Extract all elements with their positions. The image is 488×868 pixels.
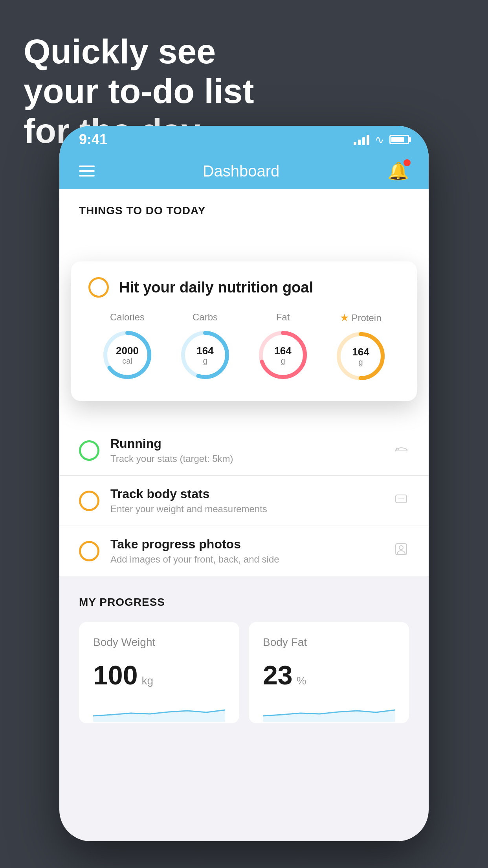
todo-title: Running <box>110 436 393 451</box>
ring-center: 2000 cal <box>116 345 139 365</box>
ring-value: 164 <box>196 345 213 357</box>
nutrition-label: Calories <box>110 312 145 323</box>
wifi-icon: ∿ <box>375 133 384 146</box>
nutrition-card: Hit your daily nutrition goal Calories 2… <box>71 261 417 401</box>
nutrition-label-row: ★Protein <box>340 312 381 324</box>
progress-heading: MY PROGRESS <box>79 596 409 609</box>
progress-card-value: 100 kg <box>93 660 225 690</box>
ring-container: 2000 cal <box>100 327 155 383</box>
todo-subtitle: Enter your weight and measurements <box>110 504 393 515</box>
status-icons: ∿ <box>354 133 409 146</box>
progress-value-unit: % <box>297 675 306 687</box>
nav-title: Dashboard <box>203 162 280 180</box>
battery-icon <box>389 135 409 144</box>
svg-rect-8 <box>396 495 407 503</box>
progress-card-title: Body Weight <box>93 636 225 649</box>
ring-unit: g <box>352 357 369 366</box>
progress-card-value: 23 % <box>263 660 395 690</box>
todo-title: Track body stats <box>110 487 393 501</box>
nutrition-label-row: Calories <box>110 312 145 323</box>
todo-subtitle: Add images of your front, back, and side <box>110 554 393 565</box>
nutrition-label: Fat <box>276 312 290 323</box>
todo-item-progress-photos[interactable]: Take progress photosAdd images of your f… <box>59 526 429 576</box>
ring-container: 164 g <box>178 327 233 383</box>
progress-value-num: 100 <box>93 660 138 690</box>
todo-checkbox[interactable] <box>79 440 99 461</box>
nutrition-checkbox[interactable] <box>88 277 109 298</box>
nutrition-label: Carbs <box>193 312 218 323</box>
ring-value: 164 <box>352 346 369 358</box>
ring-value: 164 <box>274 345 291 357</box>
hero-line1: Quickly see <box>24 31 254 71</box>
nutrition-label-row: Fat <box>276 312 290 323</box>
shoe-icon <box>393 441 409 460</box>
todo-checkbox[interactable] <box>79 491 99 511</box>
progress-section: MY PROGRESS Body Weight 100 kg Body Fat … <box>59 576 429 739</box>
todo-text: Track body statsEnter your weight and me… <box>110 487 393 515</box>
progress-value-unit: kg <box>141 675 153 687</box>
todo-item-running[interactable]: RunningTrack your stats (target: 5km) <box>59 425 429 476</box>
ring-value: 2000 <box>116 345 139 357</box>
progress-chart <box>263 698 395 722</box>
ring-container: 164 g <box>255 327 310 383</box>
nutrition-item-protein: ★Protein 164 g <box>333 312 388 384</box>
progress-cards: Body Weight 100 kg Body Fat 23 % <box>79 622 409 723</box>
nav-bar: Dashboard 🔔 <box>59 153 429 189</box>
nutrition-item-calories: Calories 2000 cal <box>100 312 155 383</box>
todo-title: Take progress photos <box>110 537 393 552</box>
progress-value-num: 23 <box>263 660 293 690</box>
bell-icon[interactable]: 🔔 <box>387 161 409 181</box>
progress-chart <box>93 698 225 722</box>
ring-unit: g <box>274 356 291 365</box>
signal-icon <box>354 134 369 145</box>
nutrition-label-row: Carbs <box>193 312 218 323</box>
scale-icon <box>393 491 409 510</box>
nutrition-item-fat: Fat 164 g <box>255 312 310 383</box>
hamburger-menu[interactable] <box>79 166 95 177</box>
ring-unit: g <box>196 356 213 365</box>
todo-text: RunningTrack your stats (target: 5km) <box>110 436 393 464</box>
ring-container: 164 g <box>333 329 388 384</box>
todo-subtitle: Track your stats (target: 5km) <box>110 453 393 464</box>
progress-card-body-fat[interactable]: Body Fat 23 % <box>249 622 409 723</box>
hero-line2: your to-do list <box>24 71 254 111</box>
section-heading: THINGS TO DO TODAY <box>59 189 429 225</box>
nutrition-label: Protein <box>351 313 381 324</box>
card-title: Hit your daily nutrition goal <box>119 279 313 296</box>
todo-text: Take progress photosAdd images of your f… <box>110 537 393 565</box>
status-time: 9:41 <box>79 131 107 148</box>
card-header: Hit your daily nutrition goal <box>88 277 400 298</box>
phone-frame: 9:41 ∿ Dashboard 🔔 THINGS TO DO TODA <box>59 126 429 841</box>
todo-checkbox[interactable] <box>79 541 99 561</box>
ring-unit: cal <box>116 356 139 365</box>
star-icon: ★ <box>340 312 349 324</box>
svg-point-11 <box>399 546 403 550</box>
nutrition-row: Calories 2000 cal Carbs 164 g Fat <box>88 312 400 384</box>
todo-item-track-body[interactable]: Track body statsEnter your weight and me… <box>59 476 429 526</box>
person-icon <box>393 541 409 561</box>
ring-center: 164 g <box>274 345 291 365</box>
status-bar: 9:41 ∿ <box>59 126 429 153</box>
ring-center: 164 g <box>352 346 369 366</box>
progress-card-title: Body Fat <box>263 636 395 649</box>
progress-card-body-weight[interactable]: Body Weight 100 kg <box>79 622 239 723</box>
notification-dot <box>404 159 411 166</box>
nutrition-item-carbs: Carbs 164 g <box>178 312 233 383</box>
todo-list: RunningTrack your stats (target: 5km)Tra… <box>59 425 429 576</box>
ring-center: 164 g <box>196 345 213 365</box>
